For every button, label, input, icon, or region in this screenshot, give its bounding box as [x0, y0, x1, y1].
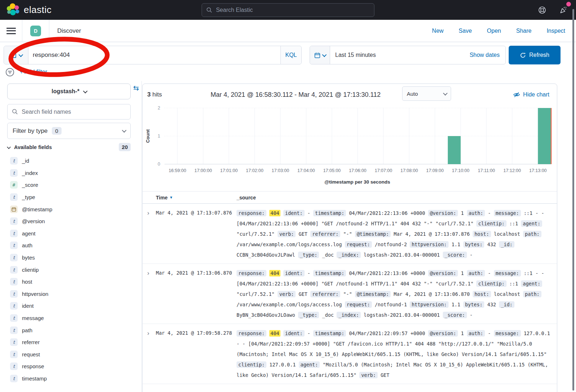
field-item-agent[interactable]: tagent — [7, 227, 135, 240]
field-item-timestamp[interactable]: @timestamp — [7, 203, 135, 215]
discover-app-icon[interactable]: D — [30, 26, 41, 36]
field-item-bytes[interactable]: tbytes — [7, 252, 135, 264]
field-value: 1 — [461, 210, 464, 216]
nav-action-inspect[interactable]: Inspect — [546, 28, 565, 34]
field-chip: auth: — [467, 270, 485, 276]
column-header-source: _source — [237, 195, 256, 200]
field-value: _doc — [322, 312, 334, 318]
add-filter-button[interactable]: + Add filter — [20, 69, 47, 75]
collapse-sidebar-icon[interactable]: ⇆ — [133, 84, 139, 92]
field-value: - — [488, 330, 491, 336]
chevron-down-icon — [443, 91, 448, 95]
column-header-time[interactable]: Time ▼ — [156, 195, 237, 200]
quick-select-menu-button[interactable] — [310, 46, 330, 64]
menu-icon[interactable] — [6, 28, 16, 34]
field-chip: _index: — [337, 312, 361, 318]
query-input[interactable]: response:404 — [28, 46, 280, 64]
text-field-icon: t — [10, 230, 18, 237]
field-value: /notfound-2 — [375, 242, 407, 247]
field-value: ByBN_3cB04dGovJLOawo — [237, 312, 295, 318]
field-value: ::1 — [509, 281, 518, 287]
field-value: "-" — [343, 291, 352, 297]
nav-action-open[interactable]: Open — [487, 28, 501, 34]
histogram-chart[interactable]: 16:59:0017:00:0017:01:0017:02:0017:03:00… — [143, 104, 557, 176]
page-scrollbar[interactable] — [572, 9, 574, 391]
global-search-box[interactable] — [202, 3, 374, 17]
field-item-response[interactable]: tresponse — [7, 360, 135, 373]
field-item-_id[interactable]: t_id — [7, 155, 135, 167]
text-field-icon: t — [10, 278, 18, 285]
newsfeed-icon[interactable] — [559, 5, 568, 15]
field-chip: timestamp: — [313, 330, 346, 337]
available-fields-header[interactable]: Available fields 20 — [7, 143, 131, 151]
fields-list: t_idt_index#_scoret_type@timestampt@vers… — [7, 155, 135, 384]
field-value: 1 — [461, 270, 464, 276]
filter-by-type-select[interactable]: Filter by type 0 — [7, 123, 131, 139]
field-item-message[interactable]: tmessage — [7, 312, 135, 324]
field-chip: message: — [494, 330, 521, 337]
svg-text:17:05:00: 17:05:00 — [323, 168, 341, 173]
expand-row-icon[interactable]: › — [143, 208, 156, 260]
field-item-_score[interactable]: #_score — [7, 179, 135, 191]
nav-action-save[interactable]: Save — [459, 28, 472, 34]
expand-row-icon[interactable]: › — [143, 328, 156, 380]
type-filter-count-badge: 0 — [52, 127, 61, 135]
svg-text:17:03:00: 17:03:00 — [272, 168, 289, 173]
field-item-timestamp[interactable]: ttimestamp — [7, 373, 135, 385]
field-chip: clientip: — [237, 361, 266, 368]
field-item-auth[interactable]: tauth — [7, 239, 135, 252]
field-chip: agent: — [521, 220, 542, 227]
nav-action-new[interactable]: New — [432, 28, 444, 34]
chevron-down-icon — [122, 128, 127, 133]
refresh-button[interactable]: Refresh — [509, 46, 561, 64]
field-item-httpversion[interactable]: thttpversion — [7, 288, 135, 300]
help-icon[interactable] — [538, 6, 546, 14]
field-chip: verb: — [278, 231, 296, 237]
elastic-logo[interactable]: elastic — [0, 3, 51, 18]
top-menu-actions: NewSaveOpenShareInspect — [432, 28, 565, 34]
field-item-request[interactable]: trequest — [7, 348, 135, 361]
field-item-clientip[interactable]: tclientip — [7, 263, 135, 276]
interval-select[interactable]: Auto — [402, 86, 451, 101]
date-field-icon — [10, 206, 18, 213]
field-chip: timestamp: — [313, 270, 346, 276]
field-item-_index[interactable]: t_index — [7, 167, 135, 179]
hide-chart-button[interactable]: Hide chart — [513, 91, 549, 98]
field-value: _doc — [322, 252, 334, 258]
time-range-value[interactable]: Last 15 minutes — [330, 52, 469, 58]
query-bar: response:404 KQL — [4, 46, 302, 64]
field-item-referrer[interactable]: treferrer — [7, 336, 135, 348]
field-chip: message: — [494, 210, 521, 216]
field-item-ident[interactable]: tident — [7, 300, 135, 312]
field-item-path[interactable]: tpath — [7, 324, 135, 336]
field-item-_type[interactable]: t_type — [7, 191, 135, 203]
filter-icon[interactable] — [5, 67, 15, 77]
field-name: path — [22, 327, 32, 333]
field-chip: host: — [473, 291, 491, 297]
field-item-host[interactable]: thost — [7, 276, 135, 288]
kibana-discover-app: elastic — [0, 0, 576, 392]
navigation-bar: D Discover NewSaveOpenShareInspect — [0, 20, 576, 42]
field-chip: bytes: — [463, 301, 485, 308]
field-name: message — [22, 315, 44, 321]
expand-row-icon[interactable]: › — [143, 268, 156, 320]
field-chip: _index: — [337, 252, 361, 258]
svg-text:0: 0 — [158, 162, 160, 167]
saved-query-menu-button[interactable] — [4, 46, 28, 64]
chevron-down-icon — [7, 145, 11, 149]
field-chip: response: — [237, 210, 266, 216]
nav-action-share[interactable]: Share — [516, 28, 532, 34]
show-dates-button[interactable]: Show dates — [469, 52, 505, 58]
text-field-icon: t — [10, 314, 18, 322]
field-value: 1 — [461, 330, 464, 336]
field-name: bytes — [22, 254, 35, 261]
query-language-button[interactable]: KQL — [280, 46, 301, 64]
field-name: auth — [22, 242, 32, 248]
index-pattern-select[interactable]: logstash-* — [7, 84, 131, 99]
field-search-input[interactable] — [22, 109, 126, 115]
field-chip: path: — [523, 231, 541, 237]
global-search-input[interactable] — [216, 7, 370, 13]
field-item-version[interactable]: t@version — [7, 215, 135, 227]
field-value: 1.1 — [451, 302, 460, 307]
field-search-box[interactable] — [7, 104, 131, 120]
